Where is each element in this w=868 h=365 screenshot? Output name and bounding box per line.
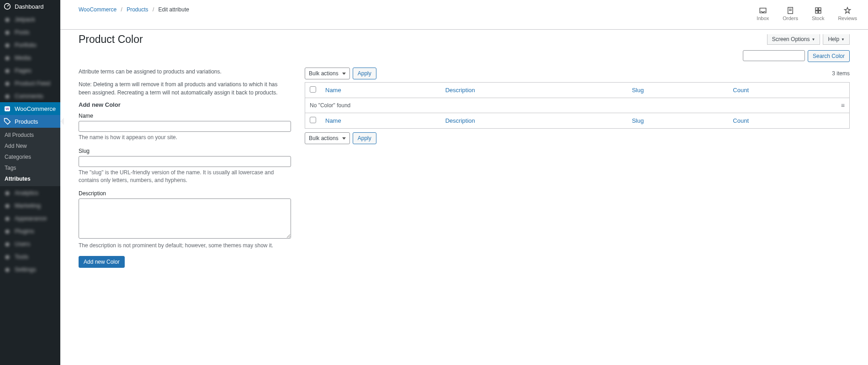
slug-input[interactable] [79, 156, 291, 167]
sidebar-item-blurred[interactable]: ◆Portfolio [0, 38, 60, 51]
sidebar-item-blurred[interactable]: ◆Plugins [0, 224, 60, 237]
page-title: Product Color [79, 33, 143, 46]
svg-line-1 [7, 5, 9, 6]
apply-button-top[interactable]: Apply [353, 68, 376, 79]
inbox-icon [759, 6, 767, 15]
breadcrumb-products[interactable]: Products [127, 6, 148, 13]
screen-options-button[interactable]: Screen Options▼ [767, 34, 820, 45]
sidebar-item-dashboard[interactable]: Dashboard [0, 0, 60, 13]
breadcrumb-woocommerce[interactable]: WooCommerce [79, 6, 116, 13]
tab-label: Stock [812, 16, 825, 21]
tab-orders[interactable]: Orders [783, 6, 798, 21]
column-name[interactable]: Name [325, 87, 341, 94]
reviews-icon [843, 6, 852, 15]
svg-rect-7 [815, 11, 818, 13]
form-heading: Add new Color [79, 101, 291, 108]
sidebar-sub-tags[interactable]: Tags [0, 162, 60, 173]
sidebar-item-blurred[interactable]: ◆Analytics [0, 186, 60, 199]
dashboard-icon [4, 3, 11, 10]
apply-button-bottom[interactable]: Apply [353, 132, 376, 144]
search-input[interactable] [743, 50, 805, 61]
sidebar-label: Dashboard [15, 3, 44, 10]
stock-icon [814, 6, 822, 15]
name-input[interactable] [79, 121, 291, 132]
sidebar-item-blurred[interactable]: ◆Posts [0, 26, 60, 38]
tab-label: Orders [783, 16, 798, 21]
column-slug[interactable]: Slug [632, 87, 644, 94]
sidebar-sub-categories[interactable]: Categories [0, 151, 60, 162]
description-label: Description [79, 190, 291, 197]
sidebar-item-blurred[interactable]: ◆Marketing [0, 199, 60, 212]
tab-label: Reviews [838, 16, 857, 21]
main-content: WooCommerce / Products / Edit attribute … [60, 0, 868, 365]
column-description-foot[interactable]: Description [445, 117, 475, 124]
bulk-actions-select-top[interactable]: Bulk actions [305, 68, 350, 79]
tab-stock[interactable]: Stock [812, 6, 825, 21]
column-count-foot[interactable]: Count [733, 117, 749, 124]
select-all-checkbox-bottom[interactable] [310, 117, 316, 123]
configure-icon[interactable]: ≡ [841, 102, 845, 109]
description-input[interactable] [79, 198, 291, 239]
column-name-foot[interactable]: Name [325, 117, 341, 124]
tab-reviews[interactable]: Reviews [838, 6, 857, 21]
slug-label: Slug [79, 148, 291, 154]
sidebar-item-blurred[interactable]: ◆Comments [0, 89, 60, 102]
sidebar-item-woocommerce[interactable]: W WooCommerce [0, 102, 60, 115]
terms-table: Name Description Slug Count No "Color" f… [305, 82, 850, 129]
sidebar-label: Products [15, 118, 38, 125]
woocommerce-icon: W [4, 105, 11, 112]
sidebar-sub-all-products[interactable]: All Products [0, 130, 60, 141]
breadcrumb: WooCommerce / Products / Edit attribute [79, 6, 189, 13]
name-label: Name [79, 113, 291, 119]
sidebar-sub-attributes[interactable]: Attributes [0, 173, 60, 184]
sidebar-label: WooCommerce [15, 105, 56, 112]
add-new-color-button[interactable]: Add new Color [79, 256, 125, 268]
slug-description: The "slug" is the URL-friendly version o… [79, 169, 291, 184]
column-count[interactable]: Count [733, 87, 749, 94]
intro-text-1: Attribute terms can be assigned to produ… [79, 68, 291, 76]
svg-rect-5 [815, 8, 818, 10]
sidebar-sub-add-new[interactable]: Add New [0, 141, 60, 151]
search-button[interactable]: Search Color [808, 50, 850, 62]
sidebar-item-blurred[interactable]: ◆Media [0, 51, 60, 64]
bulk-actions-select-bottom[interactable]: Bulk actions [305, 132, 350, 144]
tab-inbox[interactable]: Inbox [757, 6, 769, 21]
no-items-text: No "Color" found [310, 102, 350, 109]
items-count: 3 items [832, 70, 850, 77]
sidebar-item-blurred[interactable]: ◆Product Feed [0, 77, 60, 89]
help-button[interactable]: Help▼ [823, 34, 850, 45]
column-slug-foot[interactable]: Slug [632, 117, 644, 124]
sidebar-item-blurred[interactable]: ◆Tools [0, 250, 60, 263]
sidebar-item-blurred[interactable]: ◆Pages [0, 64, 60, 77]
sidebar-item-blurred[interactable]: ◆Users [0, 237, 60, 250]
breadcrumb-current: Edit attribute [159, 6, 189, 13]
admin-sidebar: Dashboard ◆Jetpack◆Posts◆Portfolio◆Media… [0, 0, 60, 365]
select-all-checkbox-top[interactable] [310, 86, 316, 93]
sidebar-submenu: All Products Add New Categories Tags Att… [0, 128, 60, 186]
sidebar-item-blurred[interactable]: ◆Appearance [0, 212, 60, 224]
description-description: The description is not prominent by defa… [79, 242, 291, 250]
column-description[interactable]: Description [445, 87, 475, 94]
chevron-down-icon: ▼ [811, 37, 815, 42]
orders-icon [786, 6, 794, 15]
sidebar-item-products[interactable]: Products [0, 115, 60, 128]
sidebar-item-blurred[interactable]: ◆Jetpack [0, 13, 60, 26]
products-icon [4, 118, 11, 125]
chevron-down-icon: ▼ [841, 37, 845, 42]
svg-rect-6 [818, 8, 820, 10]
name-description: The name is how it appears on your site. [79, 134, 291, 141]
tab-label: Inbox [757, 16, 769, 21]
active-arrow-icon [60, 118, 64, 125]
svg-rect-8 [818, 11, 820, 13]
activity-tabs: Inbox Orders Stock Reviews [757, 6, 857, 21]
intro-text-2: Note: Deleting a term will remove it fro… [79, 80, 291, 97]
sidebar-item-blurred[interactable]: ◆Settings [0, 263, 60, 276]
